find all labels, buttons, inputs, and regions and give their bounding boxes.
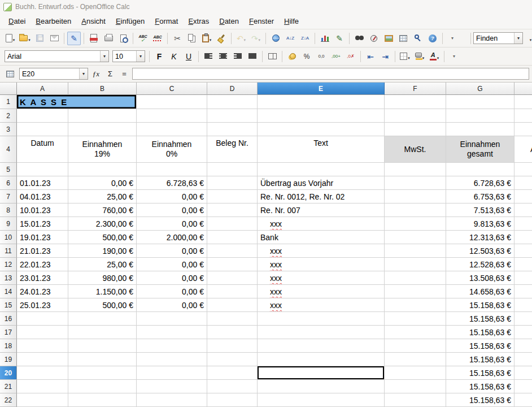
row-header-14[interactable]: 14 [0, 285, 17, 298]
cell-E22[interactable] [258, 393, 385, 407]
cell-A14[interactable]: 24.01.23 [17, 285, 68, 298]
cell-E7[interactable]: Re. Nr. 0012, Re. Nr. 02 [258, 190, 385, 204]
undo-button[interactable]: ↶ [234, 32, 248, 45]
cell-D17[interactable] [207, 326, 258, 339]
cell-G7[interactable]: 6.753,63 € [446, 190, 514, 204]
cell-F6[interactable] [385, 176, 446, 190]
cell-A8[interactable]: 10.01.23 [17, 204, 68, 217]
cell-F19[interactable] [385, 353, 446, 366]
cell-H20[interactable] [514, 366, 532, 380]
auto-spellcheck-button[interactable] [151, 32, 164, 45]
cell-D5[interactable] [207, 163, 258, 176]
menu-fenster[interactable]: Fenster [244, 14, 279, 28]
cell-E16[interactable] [258, 312, 385, 326]
justify-button[interactable] [246, 50, 259, 63]
cell-H9[interactable] [514, 217, 532, 231]
cell-G10[interactable]: 12.313,63 € [446, 231, 514, 244]
menu-ansicht[interactable]: Ansicht [76, 14, 111, 28]
cell-reference-input[interactable] [20, 70, 79, 78]
copy-button[interactable] [185, 32, 199, 45]
cell-G20[interactable]: 15.158,63 € [446, 366, 514, 380]
cell-E9[interactable]: xxx [258, 217, 385, 231]
align-center-button[interactable] [216, 50, 230, 63]
row-header-7[interactable]: 7 [0, 190, 17, 204]
cell-H4[interactable]: Ausgaben [514, 136, 532, 163]
font-name-input[interactable] [5, 53, 100, 60]
column-header-G[interactable]: G [446, 83, 514, 95]
cell-E21[interactable] [258, 380, 385, 393]
cell-D7[interactable] [207, 190, 258, 204]
cell-B13[interactable]: 980,00 € [68, 271, 137, 285]
find-combobox[interactable] [473, 32, 523, 44]
cell-E4[interactable]: Text [258, 136, 385, 163]
cell-F22[interactable] [385, 393, 446, 407]
cell-C17[interactable] [137, 326, 207, 339]
cell-H17[interactable] [514, 326, 532, 339]
row-header-15[interactable]: 15 [0, 298, 17, 312]
font-name-dropdown-icon[interactable] [100, 51, 108, 62]
new-document-button[interactable] [3, 32, 17, 45]
merge-cells-button[interactable] [265, 50, 279, 63]
cell-D20[interactable] [207, 366, 258, 380]
cell-G14[interactable]: 14.658,63 € [446, 285, 514, 298]
cell-B20[interactable] [68, 366, 137, 380]
cell-A15[interactable]: 25.01.23 [17, 298, 68, 312]
insert-chart-button[interactable] [318, 32, 332, 45]
cell-G19[interactable]: 15.158,63 € [446, 353, 514, 366]
cell-A21[interactable] [17, 380, 68, 393]
cell-F11[interactable] [385, 244, 446, 258]
cell-H11[interactable] [514, 244, 532, 258]
cell-C13[interactable]: 0,00 € [137, 271, 207, 285]
cell-C12[interactable]: 0,00 € [137, 258, 207, 271]
cell-G15[interactable]: 15.158,63 € [446, 298, 514, 312]
menu-format[interactable]: Format [150, 14, 183, 28]
cell-H2[interactable] [514, 109, 532, 123]
sheet-icon[interactable] [3, 67, 17, 81]
cell-F12[interactable] [385, 258, 446, 271]
redo-button[interactable]: ↷ [249, 32, 263, 45]
cell-A10[interactable]: 19.01.23 [17, 231, 68, 244]
cell-D4[interactable]: Beleg Nr. [207, 136, 258, 163]
cell-G6[interactable]: 6.728,63 € [446, 176, 514, 190]
equals-button[interactable]: = [118, 70, 130, 78]
row-header-13[interactable]: 13 [0, 271, 17, 285]
cell-A20[interactable] [17, 366, 68, 380]
cell-B7[interactable]: 25,00 € [68, 190, 137, 204]
find-dropdown-icon[interactable] [514, 33, 522, 44]
row-header-5[interactable]: 5 [0, 163, 17, 176]
cell-A4[interactable]: Datum [17, 136, 68, 163]
cell-F3[interactable] [385, 123, 446, 136]
sort-descending-button[interactable]: Z↓A [298, 32, 312, 45]
cell-E15[interactable]: xxx [258, 298, 385, 312]
column-header-A[interactable]: A [17, 83, 68, 95]
cell-A16[interactable] [17, 312, 68, 326]
row-header-20[interactable]: 20 [0, 366, 17, 380]
cell-B9[interactable]: 2.300,00 € [68, 217, 137, 231]
edit-file-button[interactable]: ✎ [67, 32, 81, 45]
cell-A7[interactable]: 04.01.23 [17, 190, 68, 204]
cell-C10[interactable]: 2.000,00 € [137, 231, 207, 244]
format-paintbrush-button[interactable] [215, 32, 228, 45]
cell-F15[interactable] [385, 298, 446, 312]
menu-extras[interactable]: Extras [183, 14, 214, 28]
increase-indent-button[interactable]: ⇥ [378, 50, 392, 63]
cell-A11[interactable]: 21.01.23 [17, 244, 68, 258]
cell-B18[interactable] [68, 339, 137, 353]
cell-H6[interactable] [514, 176, 532, 190]
cell-F5[interactable] [385, 163, 446, 176]
cell-B15[interactable]: 500,00 € [68, 298, 137, 312]
cell-B11[interactable]: 190,00 € [68, 244, 137, 258]
cell-C1[interactable] [137, 95, 207, 109]
cell-F9[interactable] [385, 217, 446, 231]
cell-A9[interactable]: 15.01.23 [17, 217, 68, 231]
row-header-21[interactable]: 21 [0, 380, 17, 393]
draw-functions-button[interactable]: ✎ [333, 32, 346, 45]
menu-einfügen[interactable]: Einfügen [111, 14, 150, 28]
cell-B19[interactable] [68, 353, 137, 366]
cell-B3[interactable] [68, 123, 137, 136]
cell-D12[interactable] [207, 258, 258, 271]
cell-G1[interactable] [446, 95, 514, 109]
spellcheck-button[interactable] [136, 32, 150, 45]
cell-G11[interactable]: 12.503,63 € [446, 244, 514, 258]
cell-B17[interactable] [68, 326, 137, 339]
